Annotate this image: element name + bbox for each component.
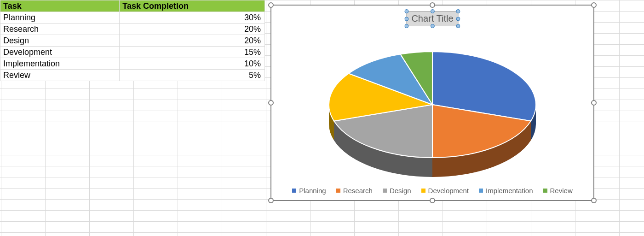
resize-handle-icon[interactable] [430, 198, 435, 203]
table-row[interactable]: Planning30% [0, 12, 265, 24]
resize-handle-icon[interactable] [430, 2, 435, 8]
cell-task[interactable]: Review [0, 70, 120, 81]
selection-handle-icon[interactable] [404, 17, 408, 21]
cell-task[interactable]: Planning [0, 12, 120, 24]
resize-handle-icon[interactable] [591, 198, 597, 203]
cell-pct[interactable]: 20% [120, 35, 265, 47]
legend-label: Design [390, 187, 411, 195]
cell-pct[interactable]: 20% [120, 24, 265, 35]
legend-swatch-icon [543, 189, 547, 193]
chart-title[interactable]: Chart Title [406, 11, 458, 26]
legend-item[interactable]: Review [543, 187, 573, 195]
resize-handle-icon[interactable] [268, 100, 274, 106]
chart-title-text: Chart Title [411, 13, 453, 24]
table-header-row[interactable]: Task Task Completion [0, 0, 265, 12]
pie-3d-chart[interactable] [322, 42, 543, 181]
legend-swatch-icon [421, 189, 426, 193]
cell-task[interactable]: Development [0, 47, 120, 58]
legend-label: Planning [299, 187, 326, 195]
resize-handle-icon[interactable] [268, 198, 274, 203]
legend-item[interactable]: Research [336, 187, 373, 195]
selection-handle-icon[interactable] [404, 24, 408, 28]
selection-handle-icon[interactable] [431, 9, 435, 13]
table-row[interactable]: Research20% [0, 24, 265, 35]
chart-object[interactable]: Chart Title PlanningResearchDesignDevelo… [270, 5, 594, 201]
cell-pct[interactable]: 15% [120, 47, 265, 58]
table-row[interactable]: Design20% [0, 35, 265, 47]
resize-handle-icon[interactable] [268, 2, 274, 8]
legend-label: Review [550, 187, 573, 195]
legend-item[interactable]: Development [421, 187, 469, 195]
cell-pct[interactable]: 10% [120, 58, 265, 70]
selection-handle-icon[interactable] [404, 9, 408, 13]
legend-item[interactable]: Implementation [479, 187, 533, 195]
legend-swatch-icon [292, 189, 296, 193]
cell-task[interactable]: Research [0, 24, 120, 35]
legend-swatch-icon [336, 189, 340, 193]
resize-handle-icon[interactable] [591, 100, 597, 106]
cell-task[interactable]: Design [0, 35, 120, 47]
chart-legend[interactable]: PlanningResearchDesignDevelopmentImpleme… [271, 187, 593, 195]
legend-swatch-icon [479, 189, 483, 193]
cell-task[interactable]: Implementation [0, 58, 120, 70]
legend-label: Research [343, 187, 373, 195]
table-row[interactable]: Implementation10% [0, 58, 265, 70]
legend-item[interactable]: Planning [292, 187, 326, 195]
table-row[interactable]: Development15% [0, 47, 265, 58]
task-completion-table[interactable]: Task Task Completion Planning30% Researc… [0, 0, 265, 81]
cell-pct[interactable]: 5% [120, 70, 265, 81]
spreadsheet-view: Task Task Completion Planning30% Researc… [0, 0, 644, 236]
header-completion[interactable]: Task Completion [120, 0, 265, 12]
legend-swatch-icon [383, 189, 387, 193]
selection-handle-icon[interactable] [456, 9, 460, 13]
selection-handle-icon[interactable] [456, 24, 460, 28]
cell-pct[interactable]: 30% [120, 12, 265, 24]
resize-handle-icon[interactable] [591, 2, 597, 8]
legend-label: Development [428, 187, 469, 195]
table-row[interactable]: Review5% [0, 70, 265, 81]
selection-handle-icon[interactable] [456, 17, 460, 21]
legend-label: Implementation [486, 187, 533, 195]
header-task[interactable]: Task [0, 0, 120, 12]
legend-item[interactable]: Design [383, 187, 411, 195]
selection-handle-icon[interactable] [431, 24, 435, 28]
